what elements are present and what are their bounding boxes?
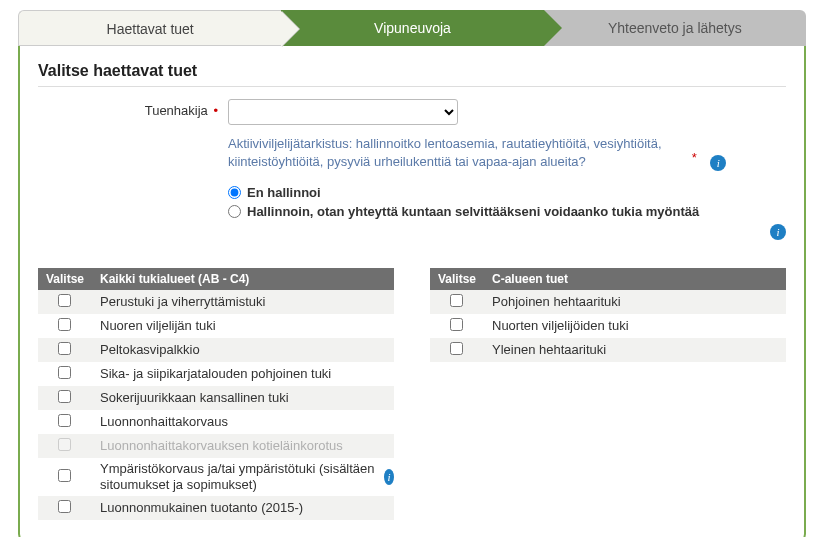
row-checkbox[interactable] bbox=[58, 414, 71, 427]
row-checkbox-cell bbox=[38, 366, 90, 382]
applicant-label: Tuenhakija bbox=[145, 103, 208, 118]
row-label: Nuoren viljelijän tuki bbox=[100, 318, 216, 333]
row-checkbox[interactable] bbox=[58, 469, 71, 482]
row-checkbox[interactable] bbox=[450, 294, 463, 307]
row-label: Sika- ja siipikarjatalouden pohjoinen tu… bbox=[100, 366, 331, 381]
table-row: Luonnonhaittakorvaus bbox=[38, 410, 394, 434]
row-label-cell: Peltokasvipalkkio bbox=[90, 342, 394, 357]
col-title-header: Kaikki tukialueet (AB - C4) bbox=[90, 268, 394, 290]
radio-label: Hallinnoin, otan yhteyttä kuntaan selvit… bbox=[247, 204, 699, 219]
col-select-header: Valitse bbox=[38, 268, 90, 290]
table-row: Luonnonmukainen tuotanto (2015-) bbox=[38, 496, 394, 520]
col-select-header: Valitse bbox=[430, 268, 482, 290]
table-row: Sika- ja siipikarjatalouden pohjoinen tu… bbox=[38, 362, 394, 386]
row-label: Sokerijuurikkaan kansallinen tuki bbox=[100, 390, 289, 405]
table-row: Yleinen hehtaarituki bbox=[430, 338, 786, 362]
applicant-label-wrap: Tuenhakija • bbox=[38, 99, 228, 118]
table-row: Peltokasvipalkkio bbox=[38, 338, 394, 362]
row-checkbox[interactable] bbox=[58, 342, 71, 355]
row-label: Luonnonhaittakorvaus bbox=[100, 414, 228, 429]
required-marker: * bbox=[692, 150, 697, 165]
question-label-col bbox=[38, 135, 228, 139]
wizard-steps: Haettavat tuet Vipuneuvoja Yhteenveto ja… bbox=[18, 10, 806, 46]
table-row: Nuorten viljelijöiden tuki bbox=[430, 314, 786, 338]
row-checkbox[interactable] bbox=[450, 342, 463, 355]
row-checkbox-cell bbox=[38, 294, 90, 310]
row-label: Luonnonmukainen tuotanto (2015-) bbox=[100, 500, 303, 515]
radio-option-hallinnoin[interactable]: Hallinnoin, otan yhteyttä kuntaan selvit… bbox=[228, 204, 786, 219]
row-label: Ympäristökorvaus ja/tai ympäristötuki (s… bbox=[100, 461, 376, 494]
divider bbox=[38, 86, 786, 87]
row-label-cell: Ympäristökorvaus ja/tai ympäristötuki (s… bbox=[90, 461, 394, 494]
row-label-cell: Sika- ja siipikarjatalouden pohjoinen tu… bbox=[90, 366, 394, 381]
row-checkbox-cell bbox=[38, 342, 90, 358]
row-checkbox[interactable] bbox=[58, 366, 71, 379]
applicant-row: Tuenhakija • bbox=[38, 99, 786, 125]
left-table: Valitse Kaikki tukialueet (AB - C4) Peru… bbox=[38, 268, 394, 520]
row-checkbox[interactable] bbox=[58, 500, 71, 513]
row-label: Luonnonhaittakorvauksen kotieläinkorotus bbox=[100, 438, 343, 453]
radio-option-en-hallinnoi[interactable]: En hallinnoi bbox=[228, 185, 786, 200]
left-table-body: Perustuki ja viherryttämistukiNuoren vil… bbox=[38, 290, 394, 520]
wizard-step-vipuneuvoja[interactable]: Vipuneuvoja bbox=[281, 10, 543, 46]
info-icon[interactable]: i bbox=[770, 224, 786, 240]
row-checkbox[interactable] bbox=[450, 318, 463, 331]
row-checkbox-cell bbox=[430, 294, 482, 310]
row-checkbox-cell bbox=[38, 318, 90, 334]
row-label-cell: Nuorten viljelijöiden tuki bbox=[482, 318, 786, 333]
row-label-cell: Sokerijuurikkaan kansallinen tuki bbox=[90, 390, 394, 405]
table-row: Perustuki ja viherryttämistuki bbox=[38, 290, 394, 314]
row-label: Nuorten viljelijöiden tuki bbox=[492, 318, 629, 333]
radio-field: En hallinnoi Hallinnoin, otan yhteyttä k… bbox=[228, 181, 786, 240]
row-checkbox[interactable] bbox=[58, 318, 71, 331]
row-checkbox-cell bbox=[38, 469, 90, 485]
wizard-step-label: Yhteenveto ja lähetys bbox=[608, 20, 742, 36]
table-row: Luonnonhaittakorvauksen kotieläinkorotus bbox=[38, 434, 394, 458]
wizard-step-label: Haettavat tuet bbox=[107, 21, 194, 37]
table-row: Sokerijuurikkaan kansallinen tuki bbox=[38, 386, 394, 410]
row-label-cell: Luonnonhaittakorvauksen kotieläinkorotus bbox=[90, 438, 394, 453]
table-row: Pohjoinen hehtaarituki bbox=[430, 290, 786, 314]
applicant-field bbox=[228, 99, 786, 125]
row-checkbox[interactable] bbox=[58, 294, 71, 307]
question-field: Aktiiviviljelijätarkistus: hallinnoitko … bbox=[228, 135, 786, 171]
radio-group: En hallinnoi Hallinnoin, otan yhteyttä k… bbox=[38, 181, 786, 240]
tables-wrap: Valitse Kaikki tukialueet (AB - C4) Peru… bbox=[38, 268, 786, 520]
row-label-cell: Perustuki ja viherryttämistuki bbox=[90, 294, 394, 309]
row-label-cell: Pohjoinen hehtaarituki bbox=[482, 294, 786, 309]
main-panel: Valitse haettavat tuet Tuenhakija • Akti… bbox=[18, 46, 806, 537]
right-table-header: Valitse C-alueen tuet bbox=[430, 268, 786, 290]
row-checkbox-cell bbox=[38, 500, 90, 516]
info-icon[interactable]: i bbox=[384, 469, 394, 485]
row-checkbox-cell bbox=[38, 414, 90, 430]
applicant-select[interactable] bbox=[228, 99, 458, 125]
radio-input-en-hallinnoi[interactable] bbox=[228, 186, 241, 199]
wizard-step-haettavat-tuet[interactable]: Haettavat tuet bbox=[18, 10, 281, 46]
table-row: Nuoren viljelijän tuki bbox=[38, 314, 394, 338]
radio-label: En hallinnoi bbox=[247, 185, 321, 200]
radio-label-col bbox=[38, 181, 228, 185]
row-checkbox-cell bbox=[38, 390, 90, 406]
row-label: Pohjoinen hehtaarituki bbox=[492, 294, 621, 309]
row-label-cell: Yleinen hehtaarituki bbox=[482, 342, 786, 357]
col-title-header: C-alueen tuet bbox=[482, 268, 786, 290]
row-checkbox[interactable] bbox=[58, 390, 71, 403]
row-checkbox-cell bbox=[38, 438, 90, 454]
right-table-body: Pohjoinen hehtaaritukiNuorten viljelijöi… bbox=[430, 290, 786, 362]
row-label-cell: Luonnonhaittakorvaus bbox=[90, 414, 394, 429]
wizard-step-label: Vipuneuvoja bbox=[374, 20, 451, 36]
radio-input-hallinnoin[interactable] bbox=[228, 205, 241, 218]
row-label: Perustuki ja viherryttämistuki bbox=[100, 294, 265, 309]
wizard-step-yhteenveto[interactable]: Yhteenveto ja lähetys bbox=[544, 10, 806, 46]
info-trail: i bbox=[228, 223, 786, 240]
right-table: Valitse C-alueen tuet Pohjoinen hehtaari… bbox=[430, 268, 786, 520]
row-checkbox bbox=[58, 438, 71, 451]
info-icon[interactable]: i bbox=[710, 155, 726, 171]
active-farmer-question: Aktiiviviljelijätarkistus: hallinnoitko … bbox=[228, 135, 668, 171]
table-row: Ympäristökorvaus ja/tai ympäristötuki (s… bbox=[38, 458, 394, 496]
question-row: Aktiiviviljelijätarkistus: hallinnoitko … bbox=[38, 135, 786, 171]
row-checkbox-cell bbox=[430, 318, 482, 334]
row-label-cell: Nuoren viljelijän tuki bbox=[90, 318, 394, 333]
required-marker: • bbox=[213, 103, 218, 118]
panel-title: Valitse haettavat tuet bbox=[38, 62, 786, 80]
